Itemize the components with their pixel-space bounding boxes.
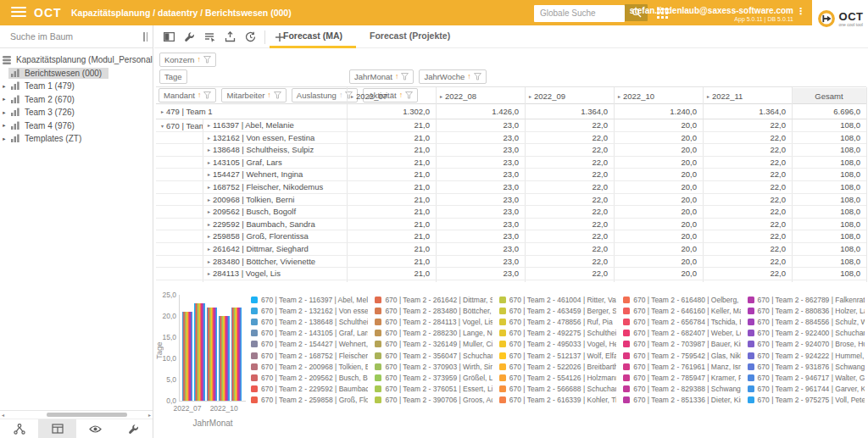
legend-item[interactable]: 670 | Team 2 - 261642 | Dittmar, Sieghar… — [375, 294, 492, 305]
legend-item[interactable]: 670 | Team 2 - 132162 | Von essen, Festi… — [251, 305, 368, 316]
employee-header-cell[interactable]: ▸259858 | Groß, Florentissa — [203, 230, 347, 242]
legend-item[interactable]: 670 | Team 2 - 785947 | Kramer, Pia — [623, 372, 740, 383]
legend-item[interactable]: 670 | Team 2 - 288230 | Lange, Neeke — [375, 328, 492, 339]
employee-header-cell[interactable]: ▸138648 | Schultheiss, Sulpiz — [203, 144, 347, 156]
tree-item-6[interactable]: ▸Templates (ZT) — [0, 132, 153, 146]
legend-item[interactable]: 670 | Team 2 - 646160 | Keller, Matthes — [623, 305, 740, 316]
legend-item[interactable]: 670 | Team 2 - 851336 | Dieter, Kim — [623, 395, 740, 406]
legend-item[interactable]: 670 | Team 2 - 143105 | Graf, Lars — [251, 328, 368, 339]
legend-item[interactable]: 670 | Team 2 - 880836 | Holzer, Lambert — [748, 305, 865, 316]
measure-field-tage[interactable]: Tage — [159, 69, 187, 84]
chevron-right-icon[interactable]: ▸ — [0, 96, 8, 103]
filter-icon[interactable] — [203, 91, 211, 99]
chevron-right-icon[interactable]: ▸ — [0, 83, 8, 90]
tree-item-3[interactable]: ▸Team 2 (670) — [0, 93, 153, 107]
scroll-right-icon[interactable]: ▸ — [148, 412, 151, 418]
tree-item-4[interactable]: ▸Team 3 (726) — [0, 106, 153, 119]
employee-header-cell[interactable]: ▸261642 | Dittmar, Sieghard — [203, 243, 347, 255]
column-header-2022_10[interactable]: ▸2022_10 — [614, 88, 703, 104]
global-search-input[interactable] — [534, 5, 625, 22]
legend-item[interactable]: 670 | Team 2 - 656784 | Tschida, Edburga — [623, 316, 740, 327]
legend-item[interactable]: 670 | Team 2 - 373959 | Größel, Lenni — [375, 372, 492, 383]
legend-item[interactable]: 670 | Team 2 - 326149 | Muller, Cilli — [375, 339, 492, 350]
column-header-2022_09[interactable]: ▸2022_09 — [525, 88, 614, 104]
expand-row-icon[interactable]: ▸ — [208, 197, 210, 202]
tree-item-5[interactable]: ▸Team 4 (976) — [0, 119, 153, 133]
legend-item[interactable]: 670 | Team 2 - 616339 | Kohler, Tim — [499, 395, 616, 406]
legend-item[interactable]: 670 | Team 2 - 154427 | Wehnert, Ingina — [251, 339, 368, 350]
expand-column-icon[interactable]: ▸ — [707, 94, 709, 99]
legend-item[interactable]: 670 | Team 2 - 761961 | Manz, Ismeria — [623, 361, 740, 372]
sitemap-view-button[interactable] — [0, 419, 38, 438]
legend-item[interactable]: 670 | Team 2 - 200968 | Tolkien, Berni — [251, 361, 368, 372]
expand-row-icon[interactable]: ▸ — [208, 136, 210, 141]
expand-row-icon[interactable]: ▸ — [208, 222, 210, 227]
legend-item[interactable]: 670 | Team 2 - 138648 | Schultheiss, Sul… — [251, 316, 368, 327]
employee-header-cell[interactable]: ▸288230 | Lange, Neeke — [203, 280, 347, 282]
expand-row-icon[interactable]: ▸ — [208, 247, 210, 252]
configure-wrench-icon[interactable] — [183, 30, 196, 43]
legend-item[interactable]: 670 | Team 2 - 376051 | Essert, Lilent — [375, 384, 492, 395]
expand-row-icon[interactable]: ▸ — [208, 234, 210, 239]
legend-item[interactable]: 670 | Team 2 - 168752 | Fleischer, Nikod… — [251, 350, 368, 361]
employee-header-cell[interactable]: ▸143105 | Graf, Lars — [203, 157, 347, 169]
filter-icon[interactable] — [203, 56, 211, 64]
legend-item[interactable]: 670 | Team 2 - 492275 | Schultheiss, Noe… — [499, 328, 616, 339]
row-header-team-1[interactable]: ▸479 | Team 1 — [156, 104, 347, 119]
employee-header-cell[interactable]: ▸283480 | Böttcher, Vivienette — [203, 256, 347, 268]
chevron-right-icon[interactable]: ▸ — [0, 109, 8, 116]
tab-forecast-projekte[interactable]: Forecast (Projekte) — [356, 25, 464, 48]
legend-item[interactable]: 670 | Team 2 - 554126 | Holzmann, Tebbe — [499, 372, 616, 383]
history-icon[interactable] — [244, 30, 257, 43]
tree-search-input[interactable] — [0, 25, 127, 47]
legend-item[interactable]: 670 | Team 2 - 461004 | Ritter, Valentin… — [499, 294, 616, 305]
employee-header-cell[interactable]: ▸284113 | Vogel, Lis — [203, 268, 347, 280]
employee-header-cell[interactable]: ▸168752 | Fleischer, Nikodemus — [203, 181, 347, 193]
user-email[interactable]: stefan.lindenlaub@saxess-software.com — [630, 6, 793, 15]
field-chip-mandant[interactable]: Mandant↑ — [159, 88, 216, 103]
filter-icon[interactable] — [474, 73, 481, 80]
filter-icon[interactable] — [274, 91, 281, 99]
field-chip-mitarbeiter[interactable]: Mitarbeiter↑ — [221, 88, 286, 103]
expand-column-icon[interactable]: ▸ — [529, 94, 531, 99]
expand-row-icon[interactable]: ▸ — [161, 109, 164, 114]
employee-header-cell[interactable]: ▸132162 | Von essen, Festina — [203, 132, 347, 144]
legend-item[interactable]: 670 | Team 2 - 682407 | Weber, Leamara — [623, 328, 740, 339]
legend-item[interactable]: 670 | Team 2 - 922400 | Schuchardt, Hilt… — [748, 328, 865, 339]
expand-row-icon[interactable]: ▸ — [208, 185, 210, 190]
expand-row-icon[interactable]: ▸ — [208, 123, 210, 128]
expand-row-icon[interactable]: ▸ — [208, 271, 210, 276]
layout-panel-icon[interactable] — [163, 30, 175, 43]
legend-item[interactable]: 670 | Team 2 - 566688 | Schuchardt, Math… — [499, 384, 616, 395]
legend-item[interactable]: 670 | Team 2 - 283480 | Böttcher, Vivien… — [375, 305, 492, 316]
legend-item[interactable]: 670 | Team 2 - 924222 | Hummel, Erwine — [748, 350, 865, 361]
employee-header-cell[interactable]: ▸209562 | Busch, Bogolf — [203, 206, 347, 218]
hamburger-menu-icon[interactable] — [11, 7, 26, 18]
legend-item[interactable]: 670 | Team 2 - 284113 | Vogel, Lis — [375, 316, 492, 327]
legend-item[interactable]: 670 | Team 2 - 512137 | Wolf, Elfa — [499, 350, 616, 361]
employee-header-cell[interactable]: ▸116397 | Abel, Melanie — [203, 119, 347, 131]
expand-column-icon[interactable]: ▸ — [440, 94, 442, 99]
export-icon[interactable] — [224, 30, 236, 43]
tree-item-2[interactable]: ▸Team 1 (479) — [0, 80, 153, 93]
column-header-2022_07[interactable]: ▸2022_07 — [347, 88, 436, 104]
kebab-menu-icon[interactable]: ⋮ — [796, 6, 805, 16]
legend-item[interactable]: 670 | Team 2 - 356047 | Schuchardt, Herm… — [375, 350, 492, 361]
scroll-left-icon[interactable]: ◂ — [2, 412, 4, 418]
legend-item[interactable]: 670 | Team 2 - 370903 | Wirth, Sintje — [375, 361, 492, 372]
sidebar-horizontal-scrollbar[interactable]: ◂ ▸ — [0, 410, 153, 419]
preview-button[interactable] — [76, 419, 114, 438]
legend-item[interactable]: 670 | Team 2 - 884556 | Schulz, Wika — [748, 316, 865, 327]
legend-item[interactable]: 670 | Team 2 - 209562 | Busch, Bogolf — [251, 372, 368, 383]
employee-header-cell[interactable]: ▸229592 | Baumbach, Sandra — [203, 219, 347, 230]
legend-item[interactable]: 670 | Team 2 - 259858 | Groß, Florentiss… — [251, 395, 368, 406]
chevron-right-icon[interactable]: ▸ — [0, 122, 8, 129]
legend-item[interactable]: 670 | Team 2 - 829388 | Schwangau, Lale — [623, 384, 740, 395]
legend-item[interactable]: 670 | Team 2 - 229592 | Baumbach, Sandra — [251, 384, 368, 395]
legend-item[interactable]: 670 | Team 2 - 975275 | Voll, Peter — [748, 395, 865, 406]
expand-column-icon[interactable]: ▸ — [351, 94, 353, 99]
legend-item[interactable]: 670 | Team 2 - 522026 | Breitbarth, Anna… — [499, 361, 616, 372]
employee-header-cell[interactable]: ▸154427 | Wehnert, Ingina — [203, 169, 347, 180]
tab-forecast-ma[interactable]: Forecast (MA) — [270, 25, 356, 48]
legend-item[interactable]: 670 | Team 2 - 759542 | Glas, Niklas — [623, 350, 740, 361]
